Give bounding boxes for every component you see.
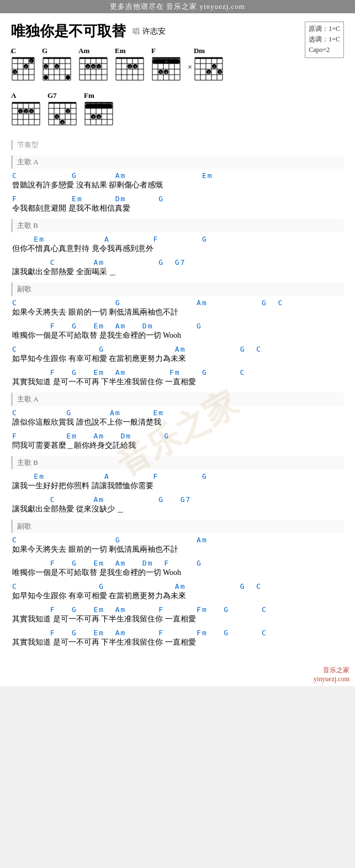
svg-text:3: 3 xyxy=(30,109,33,114)
section-label: 副歌 xyxy=(11,283,344,296)
lyric-line: 問我可需要甚麼＿願你終身交託給我 xyxy=(11,441,344,451)
chord-line: C G Am G C xyxy=(11,582,344,590)
lyric-line: 如早知今生跟你 有幸可相愛 在當初應更努力為未來 xyxy=(11,354,344,364)
chord-line: C G Am Em xyxy=(11,171,344,180)
chord-G7: G7 3 xyxy=(47,91,78,129)
bottom-watermark: 音乐之家yinyuezj.com xyxy=(0,663,355,686)
section-label: 主歌 B xyxy=(11,219,344,232)
lyric-line: 如早知今生跟你 有幸可相愛 在當初應更努力為未來 xyxy=(11,591,344,601)
top-banner: 更多吉他谱尽在 音乐之家 yinyuezj.com xyxy=(0,0,355,13)
svg-text:1: 1 xyxy=(19,109,22,114)
chord-line: F G Em Am Dm G xyxy=(11,322,344,330)
chord-Fm: Fm xyxy=(84,91,115,129)
lyric-line: 唯獨你一個是不可給取替 是我生命裡的一切 Wooh xyxy=(11,568,344,578)
chord-C: C × xyxy=(11,46,36,84)
chord-line: Em A F G xyxy=(11,235,344,243)
singer-label: 唱 xyxy=(133,27,140,36)
lyric-line: 曾聽說有許多戀愛 沒有結果 卻剩傷心者感慨 xyxy=(11,180,344,190)
svg-text:2: 2 xyxy=(25,65,27,69)
svg-text:1: 1 xyxy=(45,65,47,69)
chord-line: F Em Dm G xyxy=(11,195,344,203)
chord-Dm: Dm 1 xyxy=(194,46,225,84)
rhythm-divider: 节奏型 xyxy=(11,140,344,150)
svg-rect-134 xyxy=(85,104,113,108)
svg-text:3: 3 xyxy=(219,70,221,75)
svg-text:2: 2 xyxy=(56,65,58,69)
svg-text:4: 4 xyxy=(165,70,167,75)
svg-text:2: 2 xyxy=(67,109,69,114)
lyric-line: 讓我獻出全部熱愛 全面喝采 ＿ xyxy=(11,267,344,277)
chord-line: C G Am G C xyxy=(11,345,344,353)
svg-text:2: 2 xyxy=(25,109,27,114)
chord-line: F G Em Am Dm F G xyxy=(11,559,344,567)
chord-line: F G Em Am F Fm G C xyxy=(11,605,344,614)
svg-text:2: 2 xyxy=(129,65,131,69)
lyric-line: 讓我一生好好把你照料 請讓我體恤你需要 xyxy=(11,481,344,491)
section-label: 主歌 A xyxy=(11,155,344,169)
chord-Am: Am 2 xyxy=(78,46,109,84)
svg-text:4: 4 xyxy=(98,115,100,119)
chord-line: F Em Am Dm G xyxy=(11,432,344,440)
lyric-line: 如果今天將失去 眼前的一切 剩低清風兩袖也不計 xyxy=(11,307,344,317)
chord-line: C Am G G7 xyxy=(11,258,344,266)
lyric-line: 其實我知道 是可一不可再 下半生准我留住你 一直相愛 xyxy=(11,637,344,647)
svg-text:3: 3 xyxy=(160,70,162,75)
lyric-line: 如果今天將失去 眼前的一切 剩低清風兩袖也不計 xyxy=(11,545,344,555)
chord-line: C G Am G C xyxy=(11,299,344,307)
lyric-line: 令我都刻意避開 是我不敢相信真愛 xyxy=(11,203,344,213)
singer-name: 许志安 xyxy=(142,27,166,36)
song-sections: 节奏型主歌 AC G Am Em曾聽說有許多戀愛 沒有結果 卻剩傷心者感慨F E… xyxy=(11,140,344,647)
svg-text:1: 1 xyxy=(166,60,167,63)
chord-line: Em A F G xyxy=(11,472,344,480)
section-label: 副歌 xyxy=(11,520,344,533)
lyric-line: 其實我知道 是可一不可再 下半生准我留住你 一直相愛 xyxy=(11,377,344,387)
section-label: 主歌 B xyxy=(11,456,344,469)
chord-line: F G Em Am F Fm G C xyxy=(11,629,344,637)
chord-line: C G Am Em xyxy=(11,409,344,417)
svg-text:2: 2 xyxy=(87,65,89,69)
chord-line: C Am G G7 xyxy=(11,495,344,504)
chord-A: A 1 xyxy=(11,91,42,129)
song-title: 唯独你是不可取替 xyxy=(11,22,126,41)
svg-point-32 xyxy=(66,75,70,80)
svg-text:3: 3 xyxy=(56,115,58,119)
svg-text:4: 4 xyxy=(61,121,63,125)
svg-text:3: 3 xyxy=(92,115,94,119)
lyric-line: 誰似你這般欣賞我 誰也說不上你一般清楚我 xyxy=(11,417,344,427)
lyric-line: 唯獨你一個是不可給取替 是我生命裡的一切 Wooh xyxy=(11,331,344,341)
chord-line: F G Em Am Fm G C xyxy=(11,368,344,377)
chord-Em: Em 2 xyxy=(115,46,146,84)
lyric-line: 但你不惜真心真意對待 竟令我再感到意外 xyxy=(11,244,344,254)
svg-text:6: 6 xyxy=(92,65,94,69)
section-label: 主歌 A xyxy=(11,393,344,406)
svg-text:1: 1 xyxy=(30,59,32,64)
svg-text:2: 2 xyxy=(208,70,210,75)
chord-F: F 1 xyxy=(151,46,182,84)
lyric-line: 讓我獻出全部熱愛 從來沒缺少 ＿ xyxy=(11,504,344,514)
svg-text:1: 1 xyxy=(213,65,215,69)
key-info-box: 原调：1=C 选调：1=C Capo=2 xyxy=(305,22,344,58)
chord-G: G 1 xyxy=(42,46,73,84)
svg-point-31 xyxy=(44,75,48,80)
svg-text:1: 1 xyxy=(98,65,100,69)
svg-text:3: 3 xyxy=(134,65,136,69)
lyric-line: 其實我知道 是可一不可再 下半生准我留住你 一直相愛 xyxy=(11,614,344,624)
svg-text:3: 3 xyxy=(14,70,16,75)
chord-diagrams-row1: C × xyxy=(11,46,344,133)
chord-line: C G Am xyxy=(11,536,344,544)
